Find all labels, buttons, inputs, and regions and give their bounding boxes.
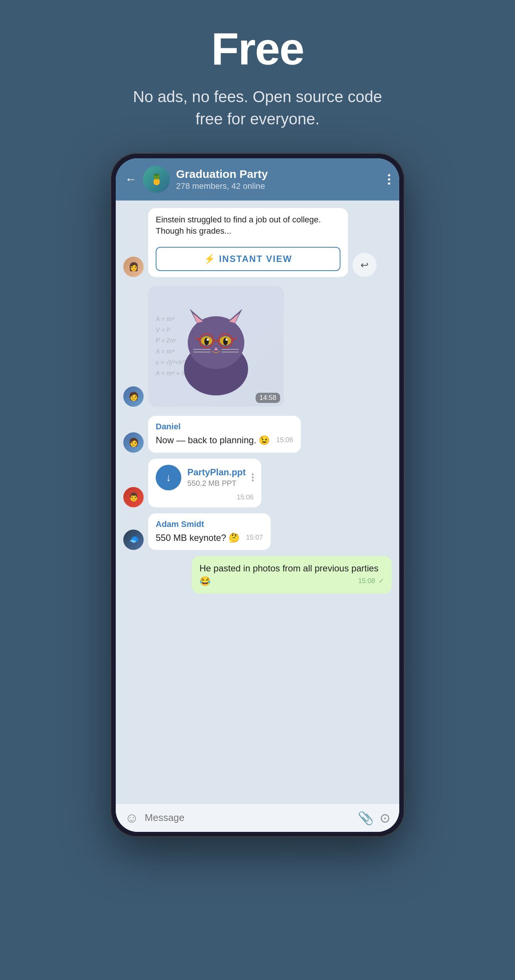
instant-view-label: INSTANT VIEW	[219, 254, 292, 264]
group-members: 278 members, 42 online	[176, 181, 382, 191]
check-mark: ✓	[378, 577, 384, 585]
lightning-icon: ⚡	[204, 254, 215, 264]
message-input[interactable]	[145, 812, 352, 824]
table-row: 🧑 A = πr²V = l²P = 2πrA = πr²s = √(r²+h²…	[123, 286, 392, 407]
message-sender: Daniel	[156, 422, 293, 431]
more-dot	[388, 174, 390, 177]
more-dot	[252, 473, 254, 475]
avatar: 🧑	[123, 432, 143, 453]
article-text: Einstein struggled to find a job out of …	[156, 214, 340, 237]
more-button[interactable]	[388, 174, 390, 185]
hero-subtitle: No ads, no fees. Open source code free f…	[126, 86, 389, 130]
math-background: A = πr²V = l²P = 2πrA = πr²s = √(r²+h²)A…	[148, 286, 284, 407]
group-name: Graduation Party	[176, 168, 382, 181]
camera-button[interactable]: ⊙	[379, 810, 390, 826]
avatar: 👨	[123, 487, 143, 508]
more-dot	[252, 479, 254, 481]
hero-title: Free	[211, 22, 303, 75]
forward-button[interactable]: ↩	[352, 253, 376, 277]
table-row: 🧢 Adam Smidt 550 MB keynote? 🤔 15:07	[123, 513, 392, 550]
message-time: 15:08 ✓	[358, 576, 384, 586]
file-bubble: ↓ PartyPlan.ppt 550.2 MB PPT 15:06	[148, 459, 261, 508]
table-row: 👩 Einstein struggled to find a job out o…	[123, 208, 392, 277]
table-row: 🧑 Daniel Now — back to planning. 😉 15:06	[123, 416, 392, 453]
sticker-bubble: A = πr²V = l²P = 2πrA = πr²s = √(r²+h²)A…	[148, 286, 284, 407]
sticker-time: 14:58	[256, 393, 280, 403]
more-dot	[388, 178, 390, 181]
more-dot	[252, 476, 254, 478]
avatar: 🧑	[123, 387, 143, 407]
more-dot	[388, 183, 390, 185]
avatar: 👩	[123, 257, 143, 277]
message-bubble: Adam Smidt 550 MB keynote? 🤔 15:07	[148, 513, 271, 550]
chat-header: ← 🍍 Graduation Party 278 members, 42 onl…	[116, 158, 399, 200]
forward-icon: ↩	[360, 259, 369, 271]
own-message-bubble: He pasted in photos from all previous pa…	[192, 556, 392, 593]
sticker-image: A = πr²V = l²P = 2πrA = πr²s = √(r²+h²)A…	[148, 286, 284, 407]
article-content: Einstein struggled to find a job out of …	[148, 208, 348, 243]
group-info: Graduation Party 278 members, 42 online	[176, 168, 382, 191]
group-avatar: 🍍	[143, 166, 170, 193]
emoji-button[interactable]: ☺	[125, 810, 139, 826]
attach-button[interactable]: 📎	[358, 810, 374, 826]
file-name: PartyPlan.ppt	[187, 467, 246, 477]
table-row: He pasted in photos from all previous pa…	[123, 556, 392, 593]
phone-mockup: ← 🍍 Graduation Party 278 members, 42 onl…	[110, 153, 405, 837]
phone-screen: ← 🍍 Graduation Party 278 members, 42 onl…	[116, 158, 399, 832]
file-size: 550.2 MB PPT	[187, 479, 246, 488]
file-info: PartyPlan.ppt 550.2 MB PPT	[187, 467, 246, 488]
instant-view-button[interactable]: ⚡ INSTANT VIEW	[156, 247, 340, 271]
back-button[interactable]: ←	[125, 172, 137, 186]
message-sender: Adam Smidt	[156, 519, 263, 529]
message-text: 550 MB keynote? 🤔 15:07	[156, 531, 263, 544]
table-row: 👨 ↓ PartyPlan.ppt 550.2 MB PPT	[123, 459, 392, 508]
file-row: ↓ PartyPlan.ppt 550.2 MB PPT	[156, 465, 254, 490]
file-time: 15:06	[156, 493, 254, 501]
article-bubble: Einstein struggled to find a job out of …	[148, 208, 348, 277]
file-more-button[interactable]	[252, 473, 254, 481]
download-button[interactable]: ↓	[156, 465, 181, 490]
message-text: He pasted in photos from all previous pa…	[199, 562, 384, 587]
message-time: 15:07	[246, 533, 263, 542]
message-text: Now — back to planning. 😉 15:06	[156, 434, 293, 447]
chat-area: 👩 Einstein struggled to find a job out o…	[116, 200, 399, 803]
avatar: 🧢	[123, 530, 143, 550]
message-bubble: Daniel Now — back to planning. 😉 15:06	[148, 416, 301, 453]
message-input-bar: ☺ 📎 ⊙	[116, 803, 399, 832]
message-time: 15:06	[276, 435, 293, 445]
download-icon: ↓	[166, 471, 171, 484]
